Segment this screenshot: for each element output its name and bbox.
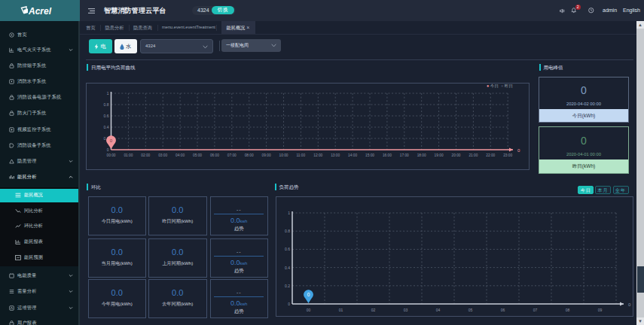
svg-text:09:00: 09:00 <box>262 153 271 157</box>
svg-text:05:00: 05:00 <box>193 153 202 157</box>
svg-text:20:00: 20:00 <box>451 153 460 157</box>
svg-text:10:00: 10:00 <box>279 153 288 157</box>
svg-text:0.8: 0.8 <box>285 229 290 233</box>
svg-text:1: 1 <box>107 91 109 96</box>
svg-text:Acrel: Acrel <box>28 6 52 17</box>
svg-text:03:00: 03:00 <box>158 153 167 157</box>
svg-text:0.6: 0.6 <box>104 114 109 118</box>
svg-text:02:00: 02:00 <box>141 153 150 157</box>
svg-text:00:00: 00:00 <box>106 153 115 157</box>
svg-text:12:00: 12:00 <box>313 153 322 157</box>
svg-text:00: 00 <box>307 308 311 312</box>
svg-text:0.4: 0.4 <box>104 125 109 129</box>
svg-text:22:00: 22:00 <box>486 153 495 157</box>
svg-text:0: 0 <box>517 148 520 153</box>
svg-text:07:00: 07:00 <box>227 153 237 157</box>
svg-text:11:00: 11:00 <box>297 153 306 157</box>
svg-text:0.6: 0.6 <box>285 247 290 251</box>
svg-text:17:00: 17:00 <box>400 153 409 157</box>
svg-text:23:00: 23:00 <box>503 153 512 157</box>
svg-text:04:00: 04:00 <box>175 153 185 157</box>
svg-text:19:00: 19:00 <box>435 153 444 157</box>
svg-text:1: 1 <box>288 211 290 215</box>
svg-text:13:00: 13:00 <box>331 153 340 157</box>
svg-text:14:00: 14:00 <box>348 153 357 157</box>
svg-text:21:00: 21:00 <box>469 153 478 157</box>
svg-text:18:00: 18:00 <box>417 153 426 157</box>
svg-text:0.8: 0.8 <box>104 102 109 107</box>
svg-text:0.2: 0.2 <box>285 284 290 288</box>
svg-text:0: 0 <box>107 147 109 152</box>
svg-text:01: 01 <box>339 308 343 312</box>
svg-text:01:00: 01:00 <box>124 153 133 157</box>
svg-text:07: 07 <box>533 308 538 312</box>
svg-text:0: 0 <box>307 292 310 297</box>
svg-text:15:00: 15:00 <box>365 153 374 157</box>
svg-text:08: 08 <box>566 308 570 312</box>
svg-text:08:00: 08:00 <box>245 153 254 157</box>
svg-text:0.4: 0.4 <box>285 266 290 270</box>
svg-text:02: 02 <box>371 308 376 312</box>
svg-text:04: 04 <box>436 308 441 312</box>
svg-text:06: 06 <box>501 308 505 312</box>
svg-text:09: 09 <box>598 308 603 312</box>
svg-text:16:00: 16:00 <box>383 153 392 157</box>
svg-text:05: 05 <box>469 308 473 312</box>
svg-text:03: 03 <box>404 308 408 312</box>
svg-text:0: 0 <box>628 302 631 307</box>
svg-text:0: 0 <box>288 302 290 306</box>
svg-text:06:00: 06:00 <box>210 153 219 157</box>
